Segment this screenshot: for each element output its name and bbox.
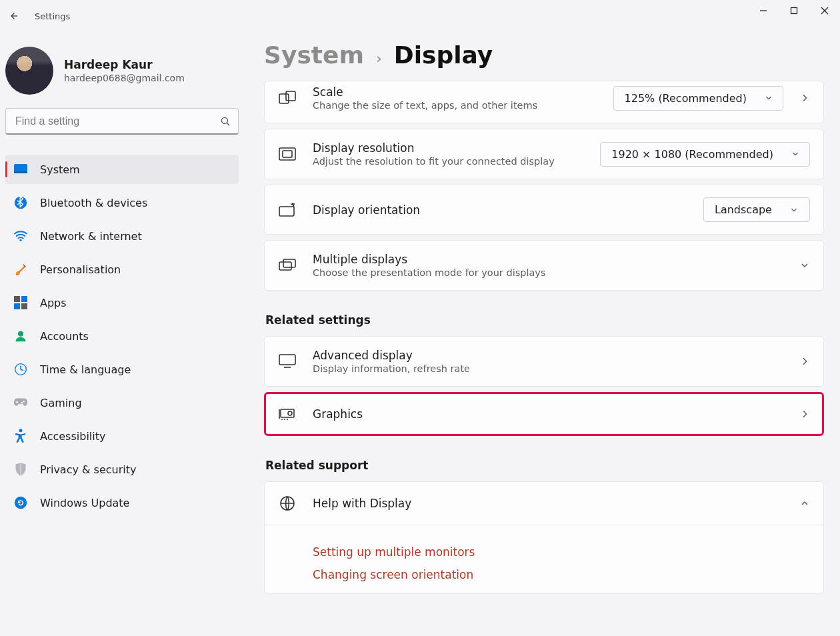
sidebar-item-bluetooth[interactable]: Bluetooth & devices [5, 188, 239, 217]
sidebar-item-label: Accessibility [40, 430, 105, 443]
sidebar-item-label: Bluetooth & devices [40, 197, 147, 209]
avatar [5, 47, 53, 95]
svg-rect-7 [21, 296, 27, 302]
svg-rect-17 [286, 91, 295, 101]
section-related-settings: Related settings [265, 313, 824, 327]
arrow-left-icon [7, 10, 19, 22]
chevron-down-icon [791, 149, 800, 159]
sidebar-item-windows-update[interactable]: Windows Update [5, 488, 239, 517]
sidebar-item-accessibility[interactable]: Accessibility [5, 421, 239, 451]
multiple-displays-icon [278, 256, 297, 275]
sidebar-item-network[interactable]: Network & internet [5, 221, 239, 251]
svg-rect-18 [279, 148, 295, 160]
support-link-multi-monitors[interactable]: Setting up multiple monitors [313, 545, 810, 559]
search-input[interactable] [15, 115, 219, 127]
svg-rect-9 [21, 303, 27, 309]
advanced-display-card[interactable]: Advanced display Display information, re… [264, 336, 824, 387]
sidebar-nav: System Bluetooth & devices Network & int… [5, 155, 251, 517]
breadcrumb-parent[interactable]: System [264, 41, 364, 69]
svg-point-13 [21, 402, 23, 404]
sidebar-item-label: System [40, 163, 80, 176]
card-title: Display resolution [313, 141, 584, 155]
chevron-right-icon [799, 93, 810, 103]
display-icon [13, 162, 28, 177]
svg-point-1 [221, 117, 227, 123]
apps-icon [13, 295, 28, 310]
breadcrumb: System › Display [264, 41, 824, 69]
sidebar-item-time-language[interactable]: Time & language [5, 355, 239, 384]
gpu-icon [278, 405, 297, 423]
person-icon [13, 329, 28, 343]
sidebar-item-label: Time & language [40, 363, 131, 376]
chevron-up-icon [799, 498, 810, 509]
card-subtitle: Adjust the resolution to fit your connec… [313, 156, 584, 167]
sidebar-item-privacy[interactable]: Privacy & security [5, 455, 239, 484]
sidebar-item-label: Privacy & security [40, 463, 136, 476]
svg-rect-8 [14, 303, 20, 309]
orientation-icon [278, 201, 297, 219]
select-value: 1920 × 1080 (Recommended) [611, 148, 773, 161]
svg-rect-21 [279, 262, 291, 270]
paintbrush-icon [13, 262, 28, 277]
minimize-icon [759, 7, 767, 15]
sidebar-item-personalisation[interactable]: Personalisation [5, 255, 239, 284]
back-button[interactable] [0, 0, 27, 32]
scale-select[interactable]: 125% (Recommended) [613, 86, 783, 111]
resolution-card[interactable]: Display resolution Adjust the resolution… [264, 129, 824, 179]
close-button[interactable] [809, 0, 840, 21]
scale-icon [278, 89, 297, 107]
chevron-down-icon [799, 260, 810, 271]
content-area: System › Display Scale Change the size o… [264, 41, 824, 636]
sidebar-item-label: Network & internet [40, 230, 142, 243]
monitor-icon [278, 352, 297, 371]
orientation-select[interactable]: Landscape [703, 197, 810, 222]
multiple-displays-card[interactable]: Multiple displays Choose the presentatio… [264, 240, 824, 291]
close-icon [821, 7, 829, 15]
svg-rect-20 [279, 207, 294, 216]
card-title: Multiple displays [313, 253, 783, 266]
svg-rect-23 [279, 355, 295, 365]
select-value: 125% (Recommended) [625, 92, 747, 105]
svg-point-15 [15, 497, 27, 509]
minimize-button[interactable] [748, 0, 779, 21]
wifi-icon [13, 229, 28, 243]
sidebar-item-apps[interactable]: Apps [5, 288, 239, 317]
sidebar-item-gaming[interactable]: Gaming [5, 388, 239, 417]
svg-point-14 [19, 429, 23, 432]
profile-name: Hardeep Kaur [64, 58, 185, 71]
sidebar-item-system[interactable]: System [5, 155, 239, 184]
svg-point-25 [288, 411, 292, 415]
search-icon [219, 115, 231, 127]
support-link-orientation[interactable]: Changing screen orientation [313, 568, 810, 581]
sidebar: Hardeep Kaur hardeep0688@gmail.com Syste… [0, 41, 251, 517]
graphics-card[interactable]: Graphics [264, 392, 824, 436]
select-value: Landscape [715, 203, 772, 216]
help-display-card[interactable]: Help with Display [264, 481, 824, 525]
maximize-button[interactable] [779, 0, 809, 21]
resolution-select[interactable]: 1920 × 1080 (Recommended) [600, 142, 810, 167]
accessibility-icon [13, 429, 28, 443]
profile-block[interactable]: Hardeep Kaur hardeep0688@gmail.com [5, 41, 251, 108]
svg-rect-3 [14, 171, 27, 173]
chevron-down-icon [764, 93, 773, 103]
scale-card[interactable]: Scale Change the size of text, apps, and… [264, 81, 824, 123]
window-title: Settings [35, 11, 70, 21]
help-display-expanded: Setting up multiple monitors Changing sc… [264, 525, 824, 594]
title-bar: Settings [0, 0, 840, 32]
chevron-down-icon [789, 205, 799, 215]
sidebar-item-label: Personalisation [40, 263, 121, 276]
clock-icon [13, 362, 28, 377]
chevron-right-icon: › [376, 50, 382, 67]
orientation-card[interactable]: Display orientation Landscape [264, 185, 824, 235]
section-related-support: Related support [265, 459, 824, 472]
breadcrumb-current: Display [394, 41, 493, 69]
svg-point-5 [19, 239, 21, 241]
sidebar-item-accounts[interactable]: Accounts [5, 321, 239, 351]
shield-icon [13, 462, 28, 477]
sidebar-item-label: Accounts [40, 330, 89, 343]
card-subtitle: Choose the presentation mode for your di… [313, 267, 783, 278]
search-input-wrapper[interactable] [5, 108, 239, 135]
svg-rect-22 [283, 259, 295, 267]
svg-rect-0 [791, 8, 797, 14]
profile-email: hardeep0688@gmail.com [64, 73, 185, 83]
